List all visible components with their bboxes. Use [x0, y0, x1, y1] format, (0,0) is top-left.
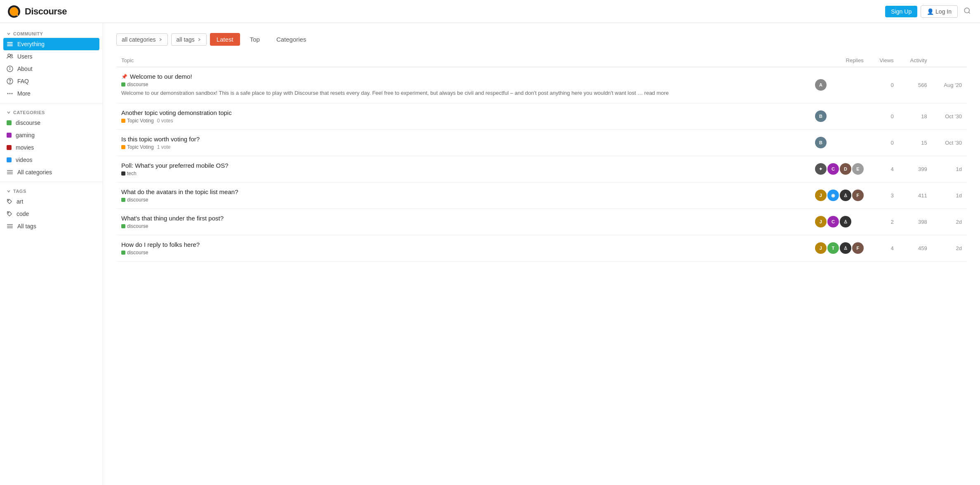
svg-rect-22	[7, 226, 13, 227]
topic-title[interactable]: Another topic voting demonstration topic	[121, 109, 805, 116]
community-section-header[interactable]: COMMUNITY	[0, 28, 103, 38]
topic-meta: tech	[121, 171, 805, 176]
svg-rect-18	[7, 173, 13, 174]
avatars-cell: JT♙F	[810, 235, 869, 261]
topic-title[interactable]: Poll: What's your preferred mobile OS?	[121, 162, 805, 169]
table-row: Poll: What's your preferred mobile OS?te…	[116, 156, 967, 182]
replies-cell: 4	[869, 235, 899, 261]
activity-cell: 2d	[932, 209, 967, 235]
avatar: F	[852, 190, 864, 201]
tab-latest[interactable]: Latest	[210, 33, 240, 46]
tag-icon-art	[7, 199, 12, 204]
sidebar-item-movies-label: movies	[16, 144, 34, 151]
sidebar-item-all-tags[interactable]: All tags	[0, 220, 103, 232]
user-icon: 👤	[927, 8, 934, 15]
topic-title-text: Is this topic worth voting for?	[121, 136, 200, 143]
sidebar-item-all-categories-label: All categories	[17, 169, 52, 176]
chevron-down-icon	[7, 32, 11, 36]
signup-button[interactable]: Sign Up	[885, 6, 917, 17]
logo[interactable]: Discourse	[7, 4, 67, 19]
category-name[interactable]: discourse	[127, 223, 148, 229]
activity-cell: 2d	[932, 235, 967, 261]
category-color-dot	[121, 119, 125, 123]
sidebar-item-more[interactable]: More	[0, 87, 103, 100]
category-name[interactable]: discourse	[127, 82, 148, 87]
topic-title-text: What's that thing under the first post?	[121, 215, 224, 222]
sidebar-item-all-categories[interactable]: All categories	[0, 166, 103, 178]
avatar: C	[827, 163, 839, 175]
categories-section-header[interactable]: CATEGORIES	[0, 107, 103, 117]
svg-point-1	[964, 8, 969, 13]
header-left: Discourse	[7, 4, 67, 19]
topic-cell: What's that thing under the first post?d…	[116, 209, 810, 235]
tab-categories[interactable]: Categories	[270, 33, 313, 46]
chevron-down-icon-3	[7, 189, 11, 193]
activity-cell: 1d	[932, 156, 967, 182]
category-badge: Topic Voting	[121, 144, 154, 150]
search-button[interactable]	[961, 5, 973, 18]
sidebar-item-all-tags-label: All tags	[17, 223, 36, 230]
avatars: JC♙	[815, 216, 864, 227]
topic-meta: discourse	[121, 82, 805, 87]
table-row: What's that thing under the first post?d…	[116, 209, 967, 235]
avatars-cell: B	[810, 103, 869, 129]
sidebar-item-movies[interactable]: movies	[0, 141, 103, 154]
avatar: ♙	[840, 242, 851, 254]
views-cell: 18	[899, 103, 932, 129]
main-content: all categories all tags Latest Top Categ…	[103, 23, 980, 485]
category-badge: Topic Voting	[121, 118, 154, 124]
topic-title[interactable]: Is this topic worth voting for?	[121, 136, 805, 143]
tag-icon-code	[7, 211, 12, 217]
avatar: ◉	[827, 190, 839, 201]
category-color-dot	[121, 198, 125, 202]
sidebar-item-everything[interactable]: Everything	[3, 38, 99, 50]
avatar: T	[827, 242, 839, 254]
topic-title[interactable]: 📌Welcome to our demo!	[121, 73, 805, 80]
sidebar-item-faq[interactable]: FAQ	[0, 75, 103, 87]
tab-top[interactable]: Top	[243, 33, 266, 46]
vote-badge: 1 vote	[157, 144, 171, 150]
tags-dropdown[interactable]: all tags	[171, 33, 207, 46]
sidebar-item-videos[interactable]: videos	[0, 154, 103, 166]
category-color-dot	[121, 224, 125, 228]
table-header: Topic Replies Views Activity	[116, 54, 967, 67]
topic-cell: Poll: What's your preferred mobile OS?te…	[116, 156, 810, 182]
avatars-cell: B	[810, 129, 869, 156]
svg-point-15	[12, 93, 13, 94]
category-name[interactable]: tech	[127, 171, 137, 176]
sidebar: COMMUNITY Everything Users	[0, 23, 103, 485]
topic-title[interactable]: How do I reply to folks here?	[121, 241, 805, 248]
avatars-cell: ✦CDE	[810, 156, 869, 182]
sidebar-item-code[interactable]: code	[0, 208, 103, 220]
tags-section-header[interactable]: TAGS	[0, 185, 103, 195]
topic-title[interactable]: What do the avatars in the topic list me…	[121, 188, 805, 195]
avatars: ✦CDE	[815, 163, 864, 175]
layers-icon	[7, 41, 13, 47]
avatars: B	[815, 110, 864, 122]
avatars: B	[815, 137, 864, 148]
sidebar-item-discourse[interactable]: discourse	[0, 117, 103, 129]
login-button[interactable]: 👤 Log In	[921, 5, 958, 18]
sidebar-item-gaming[interactable]: gaming	[0, 129, 103, 141]
sidebar-item-gaming-label: gaming	[16, 132, 35, 138]
avatar: J	[815, 216, 827, 227]
category-name[interactable]: Topic Voting	[127, 118, 154, 124]
replies-cell: 2	[869, 209, 899, 235]
category-name[interactable]: Topic Voting	[127, 144, 154, 150]
sidebar-item-about[interactable]: About	[0, 63, 103, 75]
topic-title-text: Another topic voting demonstration topic	[121, 109, 232, 116]
svg-rect-17	[7, 172, 13, 173]
question-icon	[7, 78, 13, 84]
categories-dropdown[interactable]: all categories	[116, 33, 168, 46]
topic-title[interactable]: What's that thing under the first post?	[121, 215, 805, 222]
sidebar-item-about-label: About	[17, 66, 33, 72]
topic-meta: Topic Voting1 vote	[121, 144, 805, 150]
topic-cell: Is this topic worth voting for?Topic Vot…	[116, 129, 810, 156]
svg-point-6	[8, 54, 10, 56]
category-name[interactable]: discourse	[127, 250, 148, 255]
avatars: J◉♙F	[815, 190, 864, 201]
sidebar-item-users[interactable]: Users	[0, 50, 103, 63]
discourse-logo-icon	[7, 4, 21, 19]
sidebar-item-art[interactable]: art	[0, 195, 103, 208]
category-name[interactable]: discourse	[127, 197, 148, 203]
